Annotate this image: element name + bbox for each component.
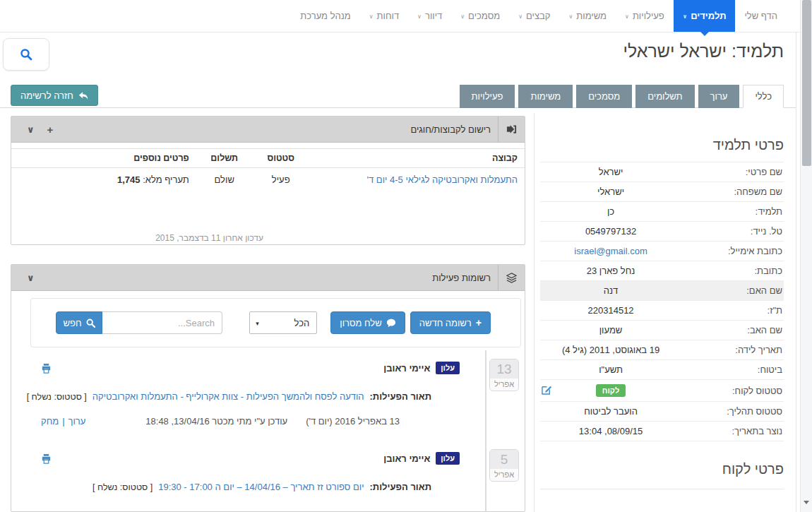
description-label: תאור הפעילות: xyxy=(370,482,431,492)
nav-item-mailing[interactable]: דיוור∨ xyxy=(408,0,451,32)
nav-item-files[interactable]: קבצים∨ xyxy=(509,0,559,32)
tab-bar: כללי ערוך תשלומים מסמכים משימות פעילויות xyxy=(460,85,784,108)
entry-type-badge: עלון xyxy=(436,362,460,374)
date-badge-day: 13 xyxy=(490,359,518,379)
column-header-group: קבוצה xyxy=(309,149,525,168)
status-text: [ סטטוס: נשלח ] xyxy=(27,392,87,402)
tab-documents[interactable]: מסמכים xyxy=(576,85,632,108)
entry-type-badge: עלון xyxy=(436,452,460,465)
send-sms-label: שלח מסרון xyxy=(340,318,381,328)
column-header-extra: פרטים נוספים xyxy=(11,149,196,168)
field-row: ביטוח:תשע"ו xyxy=(540,360,784,380)
tab-activities[interactable]: פעילויות xyxy=(460,85,515,108)
field-value: 0549797132 xyxy=(540,222,681,242)
add-registration-icon[interactable]: + xyxy=(47,124,54,136)
field-label: טל. נייד: xyxy=(681,222,784,242)
send-sms-button[interactable]: שלח מסרון xyxy=(330,311,405,334)
back-to-list-button[interactable]: חזרה לרשימה xyxy=(11,85,98,106)
status-text: [ סטטוס: נשלח ] xyxy=(92,482,153,492)
entry-description-row: תאור הפעילות: הודעה לפסח ולהמשך הפעילות … xyxy=(40,391,460,402)
nav-item-tasks[interactable]: משימות∨ xyxy=(559,0,616,32)
entry-author: איימי ראובן xyxy=(383,363,430,374)
collapse-panel-icon[interactable]: ∨ xyxy=(27,124,35,135)
activities-panel-title: רשומות פעילות xyxy=(425,273,498,283)
top-navbar: הדף שלי תלמידים∨ פעילויות∨ משימות∨ קבצים… xyxy=(0,0,812,32)
field-value: נחל פארן 23 xyxy=(540,261,681,281)
field-row: שם משפחה:ישראלי xyxy=(540,182,784,202)
toolbar-actions-group: + רשומה חדשה שלח מסרון הכל ▾ xyxy=(249,311,491,334)
tab-edit[interactable]: ערוך xyxy=(698,85,740,108)
tab-payments[interactable]: תשלומים xyxy=(635,85,694,108)
field-value: שמעון xyxy=(540,321,681,340)
nav-item-my-page[interactable]: הדף שלי xyxy=(735,0,787,32)
field-row: סטטוס לקוח: לקוח xyxy=(540,380,784,402)
field-label: שם האם: xyxy=(681,281,784,301)
activity-entry: 5 אפריל עלון איימי ראובן תאור הפעילות: י… xyxy=(11,441,525,502)
collapse-panel-icon[interactable]: ∨ xyxy=(27,273,35,283)
field-label: נוצר בתאריך: xyxy=(681,422,784,441)
email-link[interactable]: israel@gmail.com xyxy=(574,246,647,256)
field-label: סטטוס לקוח: xyxy=(681,380,784,402)
search-button[interactable]: חפש xyxy=(56,311,102,334)
field-row: סטטוס תהליך:הועבר לביטוח xyxy=(540,402,784,422)
date-badge-month: אפריל xyxy=(490,379,518,391)
activity-entries: 13 אפריל עלון איימי ראובן תאור הפעילות: … xyxy=(11,350,525,502)
nav-item-reports[interactable]: דוחות∨ xyxy=(360,0,408,32)
nav-label: דיוור xyxy=(425,11,442,21)
student-fields-table: שם פרטי:ישראל שם משפחה:ישראלי תלמיד:כן ט… xyxy=(540,162,784,441)
search-button-label: חפש xyxy=(64,318,82,328)
field-row: נוצר בתאריך:08/09/15, 13:04 xyxy=(540,422,784,441)
edit-link[interactable]: ערוך xyxy=(68,416,86,427)
field-value: כן xyxy=(540,202,681,222)
filter-select[interactable]: הכל ▾ xyxy=(249,311,317,334)
entry-date-full: 13 באפריל 2016 (יום ד') xyxy=(306,416,400,427)
field-row: תאריך לידה:19 באוגוסט, 2011 (גיל 4) xyxy=(540,340,784,360)
vertical-scrollbar[interactable] xyxy=(800,0,812,512)
quick-search-button[interactable] xyxy=(3,38,49,71)
search-icon xyxy=(86,318,95,328)
search-input[interactable] xyxy=(102,311,222,334)
nav-item-documents[interactable]: מסמכים∨ xyxy=(451,0,509,32)
tab-general[interactable]: כללי xyxy=(743,85,784,108)
field-row: טל. נייד:0549797132 xyxy=(540,222,784,242)
chevron-down-icon: ∨ xyxy=(518,13,523,20)
nav-item-students[interactable]: תלמידים∨ xyxy=(674,0,736,32)
field-row: תלמיד:כן xyxy=(540,202,784,222)
new-record-button[interactable]: + רשומה חדשה xyxy=(410,311,491,334)
activity-description-link[interactable]: הודעה לפסח ולהמשך הפעילות - צוות אקרוליי… xyxy=(92,391,364,402)
field-value: דנה xyxy=(540,281,681,301)
field-row: ת"ז:220314512 xyxy=(540,301,784,321)
print-icon[interactable] xyxy=(41,453,52,464)
groups-panel-title: רישום לקבוצות/חוגים xyxy=(403,124,498,135)
group-link[interactable]: התעמלות ואקרובטיקה לגילאי 4-5 יום ד' xyxy=(367,174,518,185)
activity-records-panel: רשומות פעילות ∨ + רשומה חדשה שלח מסרון ה… xyxy=(11,264,525,512)
edit-status-icon[interactable] xyxy=(542,384,552,395)
group-payment: שולם xyxy=(196,168,253,192)
print-icon[interactable] xyxy=(41,363,52,374)
tab-tasks[interactable]: משימות xyxy=(518,85,573,108)
layers-icon xyxy=(498,265,525,290)
nav-label: משימות xyxy=(576,11,607,21)
field-label: שם האב: xyxy=(681,321,784,340)
activity-description-link[interactable]: יום ספורט זז תאריך – 14/04/16 – יום ה 17… xyxy=(158,482,364,492)
chevron-down-icon: ∨ xyxy=(568,13,573,20)
nav-item-system-admin[interactable]: מנהל מערכת xyxy=(291,0,359,32)
groups-panel-body: קבוצה סטטוס תשלום פרטים נוספים התעמלות ו… xyxy=(11,143,525,244)
content-edge-border xyxy=(796,32,796,512)
field-label: תלמיד: xyxy=(681,202,784,222)
sign-in-icon xyxy=(498,117,525,142)
field-label: סטטוס תהליך: xyxy=(681,402,784,422)
chevron-down-icon: ∨ xyxy=(683,13,688,20)
search-group: חפש xyxy=(56,311,222,334)
field-value: 19 באוגוסט, 2011 (גיל 4) xyxy=(540,340,681,360)
date-badge-month: אפריל xyxy=(490,469,518,481)
field-label: ביטוח: xyxy=(681,360,784,380)
delete-link[interactable]: מחק xyxy=(41,416,59,427)
student-details-title: פרטי תלמיד xyxy=(540,137,784,153)
field-value: 220314512 xyxy=(540,301,681,321)
nav-label: דוחות xyxy=(377,11,400,21)
scrollbar-thumb[interactable] xyxy=(802,0,811,166)
nav-item-activities[interactable]: פעילויות∨ xyxy=(616,0,674,32)
field-label: כתובת אימייל: xyxy=(681,242,784,261)
scrollbar-down-arrow[interactable] xyxy=(804,501,809,507)
